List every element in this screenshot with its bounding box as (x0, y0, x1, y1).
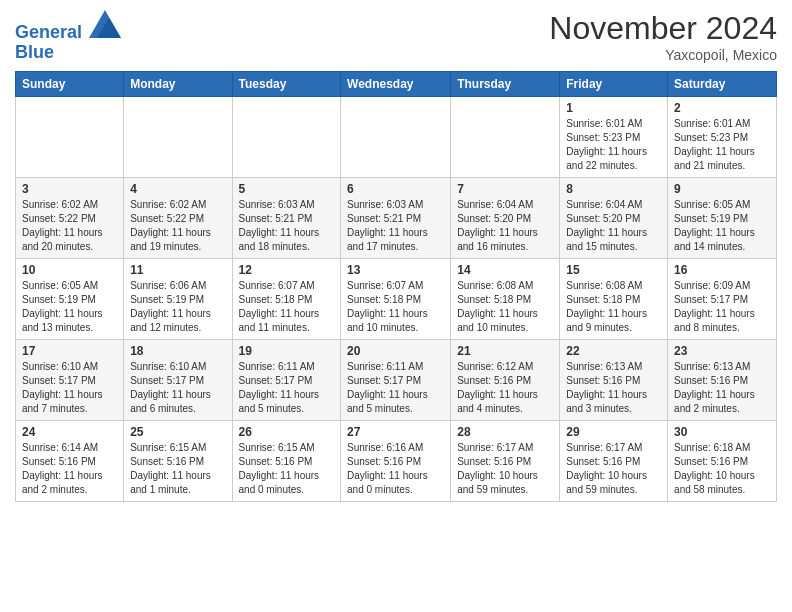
calendar-cell: 14Sunrise: 6:08 AM Sunset: 5:18 PM Dayli… (451, 259, 560, 340)
calendar-cell: 8Sunrise: 6:04 AM Sunset: 5:20 PM Daylig… (560, 178, 668, 259)
calendar-cell: 11Sunrise: 6:06 AM Sunset: 5:19 PM Dayli… (124, 259, 232, 340)
day-number: 28 (457, 425, 553, 439)
day-info: Sunrise: 6:10 AM Sunset: 5:17 PM Dayligh… (130, 360, 225, 416)
day-number: 26 (239, 425, 335, 439)
day-number: 27 (347, 425, 444, 439)
calendar-cell: 22Sunrise: 6:13 AM Sunset: 5:16 PM Dayli… (560, 340, 668, 421)
day-number: 21 (457, 344, 553, 358)
day-info: Sunrise: 6:07 AM Sunset: 5:18 PM Dayligh… (239, 279, 335, 335)
day-number: 24 (22, 425, 117, 439)
day-info: Sunrise: 6:02 AM Sunset: 5:22 PM Dayligh… (130, 198, 225, 254)
day-info: Sunrise: 6:12 AM Sunset: 5:16 PM Dayligh… (457, 360, 553, 416)
day-number: 22 (566, 344, 661, 358)
calendar-cell: 24Sunrise: 6:14 AM Sunset: 5:16 PM Dayli… (16, 421, 124, 502)
day-number: 19 (239, 344, 335, 358)
calendar-cell: 29Sunrise: 6:17 AM Sunset: 5:16 PM Dayli… (560, 421, 668, 502)
calendar-cell (232, 97, 341, 178)
day-info: Sunrise: 6:17 AM Sunset: 5:16 PM Dayligh… (457, 441, 553, 497)
day-info: Sunrise: 6:15 AM Sunset: 5:16 PM Dayligh… (130, 441, 225, 497)
weekday-header-monday: Monday (124, 72, 232, 97)
day-number: 11 (130, 263, 225, 277)
week-row-0: 1Sunrise: 6:01 AM Sunset: 5:23 PM Daylig… (16, 97, 777, 178)
week-row-3: 17Sunrise: 6:10 AM Sunset: 5:17 PM Dayli… (16, 340, 777, 421)
calendar-cell: 4Sunrise: 6:02 AM Sunset: 5:22 PM Daylig… (124, 178, 232, 259)
calendar-cell: 27Sunrise: 6:16 AM Sunset: 5:16 PM Dayli… (341, 421, 451, 502)
day-info: Sunrise: 6:16 AM Sunset: 5:16 PM Dayligh… (347, 441, 444, 497)
calendar-cell (451, 97, 560, 178)
logo-general: General (15, 22, 82, 42)
day-info: Sunrise: 6:01 AM Sunset: 5:23 PM Dayligh… (674, 117, 770, 173)
calendar-cell: 19Sunrise: 6:11 AM Sunset: 5:17 PM Dayli… (232, 340, 341, 421)
calendar-cell (341, 97, 451, 178)
weekday-header-friday: Friday (560, 72, 668, 97)
calendar-cell: 12Sunrise: 6:07 AM Sunset: 5:18 PM Dayli… (232, 259, 341, 340)
day-info: Sunrise: 6:01 AM Sunset: 5:23 PM Dayligh… (566, 117, 661, 173)
day-number: 15 (566, 263, 661, 277)
day-info: Sunrise: 6:08 AM Sunset: 5:18 PM Dayligh… (566, 279, 661, 335)
day-info: Sunrise: 6:13 AM Sunset: 5:16 PM Dayligh… (674, 360, 770, 416)
weekday-header-wednesday: Wednesday (341, 72, 451, 97)
day-number: 7 (457, 182, 553, 196)
calendar-cell: 9Sunrise: 6:05 AM Sunset: 5:19 PM Daylig… (668, 178, 777, 259)
day-number: 29 (566, 425, 661, 439)
day-number: 1 (566, 101, 661, 115)
logo-blue: Blue (15, 43, 121, 63)
logo-icon (89, 10, 121, 38)
calendar-cell: 5Sunrise: 6:03 AM Sunset: 5:21 PM Daylig… (232, 178, 341, 259)
day-number: 9 (674, 182, 770, 196)
day-number: 10 (22, 263, 117, 277)
calendar-cell: 30Sunrise: 6:18 AM Sunset: 5:16 PM Dayli… (668, 421, 777, 502)
calendar-cell: 10Sunrise: 6:05 AM Sunset: 5:19 PM Dayli… (16, 259, 124, 340)
calendar-cell: 7Sunrise: 6:04 AM Sunset: 5:20 PM Daylig… (451, 178, 560, 259)
weekday-header-row: SundayMondayTuesdayWednesdayThursdayFrid… (16, 72, 777, 97)
header: General Blue November 2024 Yaxcopoil, Me… (15, 10, 777, 63)
day-info: Sunrise: 6:10 AM Sunset: 5:17 PM Dayligh… (22, 360, 117, 416)
month-title: November 2024 (549, 10, 777, 47)
calendar-cell: 21Sunrise: 6:12 AM Sunset: 5:16 PM Dayli… (451, 340, 560, 421)
day-info: Sunrise: 6:15 AM Sunset: 5:16 PM Dayligh… (239, 441, 335, 497)
day-info: Sunrise: 6:14 AM Sunset: 5:16 PM Dayligh… (22, 441, 117, 497)
week-row-4: 24Sunrise: 6:14 AM Sunset: 5:16 PM Dayli… (16, 421, 777, 502)
week-row-1: 3Sunrise: 6:02 AM Sunset: 5:22 PM Daylig… (16, 178, 777, 259)
logo: General Blue (15, 10, 121, 63)
day-number: 13 (347, 263, 444, 277)
day-number: 17 (22, 344, 117, 358)
weekday-header-thursday: Thursday (451, 72, 560, 97)
day-number: 2 (674, 101, 770, 115)
week-row-2: 10Sunrise: 6:05 AM Sunset: 5:19 PM Dayli… (16, 259, 777, 340)
day-number: 30 (674, 425, 770, 439)
day-info: Sunrise: 6:03 AM Sunset: 5:21 PM Dayligh… (239, 198, 335, 254)
calendar-cell: 13Sunrise: 6:07 AM Sunset: 5:18 PM Dayli… (341, 259, 451, 340)
day-number: 4 (130, 182, 225, 196)
day-info: Sunrise: 6:11 AM Sunset: 5:17 PM Dayligh… (239, 360, 335, 416)
day-info: Sunrise: 6:08 AM Sunset: 5:18 PM Dayligh… (457, 279, 553, 335)
day-number: 12 (239, 263, 335, 277)
day-info: Sunrise: 6:06 AM Sunset: 5:19 PM Dayligh… (130, 279, 225, 335)
calendar-cell (124, 97, 232, 178)
day-info: Sunrise: 6:04 AM Sunset: 5:20 PM Dayligh… (457, 198, 553, 254)
day-number: 8 (566, 182, 661, 196)
calendar-cell: 2Sunrise: 6:01 AM Sunset: 5:23 PM Daylig… (668, 97, 777, 178)
title-block: November 2024 Yaxcopoil, Mexico (549, 10, 777, 63)
calendar-cell: 25Sunrise: 6:15 AM Sunset: 5:16 PM Dayli… (124, 421, 232, 502)
calendar-cell: 26Sunrise: 6:15 AM Sunset: 5:16 PM Dayli… (232, 421, 341, 502)
calendar-cell: 28Sunrise: 6:17 AM Sunset: 5:16 PM Dayli… (451, 421, 560, 502)
calendar: SundayMondayTuesdayWednesdayThursdayFrid… (15, 71, 777, 502)
day-info: Sunrise: 6:11 AM Sunset: 5:17 PM Dayligh… (347, 360, 444, 416)
day-number: 5 (239, 182, 335, 196)
day-info: Sunrise: 6:05 AM Sunset: 5:19 PM Dayligh… (674, 198, 770, 254)
calendar-cell: 16Sunrise: 6:09 AM Sunset: 5:17 PM Dayli… (668, 259, 777, 340)
day-info: Sunrise: 6:04 AM Sunset: 5:20 PM Dayligh… (566, 198, 661, 254)
day-info: Sunrise: 6:07 AM Sunset: 5:18 PM Dayligh… (347, 279, 444, 335)
day-number: 20 (347, 344, 444, 358)
weekday-header-sunday: Sunday (16, 72, 124, 97)
calendar-cell: 3Sunrise: 6:02 AM Sunset: 5:22 PM Daylig… (16, 178, 124, 259)
day-info: Sunrise: 6:03 AM Sunset: 5:21 PM Dayligh… (347, 198, 444, 254)
day-number: 25 (130, 425, 225, 439)
day-number: 14 (457, 263, 553, 277)
day-info: Sunrise: 6:17 AM Sunset: 5:16 PM Dayligh… (566, 441, 661, 497)
calendar-cell: 6Sunrise: 6:03 AM Sunset: 5:21 PM Daylig… (341, 178, 451, 259)
calendar-cell: 18Sunrise: 6:10 AM Sunset: 5:17 PM Dayli… (124, 340, 232, 421)
day-info: Sunrise: 6:18 AM Sunset: 5:16 PM Dayligh… (674, 441, 770, 497)
weekday-header-tuesday: Tuesday (232, 72, 341, 97)
